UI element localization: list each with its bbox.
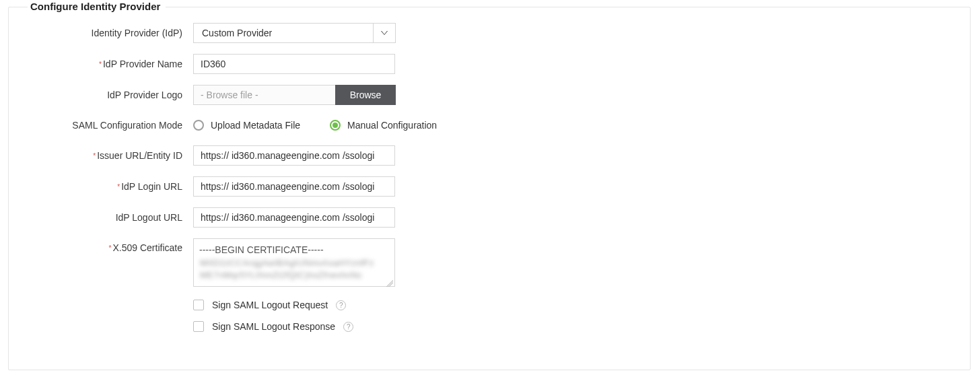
label-issuer-text: Issuer URL/Entity ID [97, 150, 182, 161]
row-logout-url: IdP Logout URL [17, 207, 962, 228]
label-idp-name-text: IdP Provider Name [103, 59, 182, 69]
idp-name-input[interactable] [193, 54, 395, 74]
idp-select[interactable]: Custom Provider [193, 23, 396, 43]
checkbox-sign-logout-request[interactable] [193, 300, 204, 310]
row-login-url: *IdP Login URL [17, 176, 962, 197]
login-url-input[interactable] [193, 176, 395, 197]
idp-select-value: Custom Provider [193, 23, 373, 43]
label-idp-select: Identity Provider (IdP) [17, 24, 193, 42]
issuer-url-input[interactable] [193, 145, 395, 166]
required-marker: * [99, 55, 102, 74]
label-login-url: *IdP Login URL [17, 177, 193, 197]
checkbox-sign-logout-response-label: Sign SAML Logout Response [212, 321, 335, 332]
row-idp-logo: IdP Provider Logo - Browse file - Browse [17, 85, 962, 105]
row-issuer-url: *Issuer URL/Entity ID [17, 145, 962, 166]
radio-manual-label: Manual Configuration [347, 120, 437, 131]
required-marker: * [117, 178, 120, 197]
label-x509-cert: *X.509 Certificate [17, 238, 193, 258]
row-x509-cert: *X.509 Certificate MIID2zCCArqgAwIBAgIUN… [17, 238, 962, 289]
row-idp-name: *IdP Provider Name [17, 54, 962, 74]
x509-certificate-textarea[interactable] [193, 238, 395, 287]
chevron-down-icon [381, 31, 388, 35]
section-title: Configure Identity Provider [28, 1, 166, 12]
required-marker: * [93, 147, 96, 166]
configure-idp-fieldset: Configure Identity Provider Identity Pro… [8, 7, 971, 370]
label-saml-mode: SAML Configuration Mode [17, 116, 193, 135]
logout-url-input[interactable] [193, 207, 395, 228]
label-logout-url: IdP Logout URL [17, 208, 193, 227]
help-icon[interactable]: ? [343, 322, 353, 332]
checkbox-sign-logout-request-label: Sign SAML Logout Request [212, 300, 328, 310]
label-idp-name: *IdP Provider Name [17, 55, 193, 74]
radio-icon [330, 120, 341, 131]
radio-icon [193, 120, 204, 131]
required-marker: * [109, 239, 112, 258]
help-icon[interactable]: ? [336, 300, 346, 310]
browse-button[interactable]: Browse [335, 85, 396, 105]
label-login-text: IdP Login URL [121, 181, 182, 192]
row-sign-logout-request: Sign SAML Logout Request ? [17, 300, 962, 310]
radio-upload-metadata[interactable]: Upload Metadata File [193, 120, 300, 131]
radio-manual-config[interactable]: Manual Configuration [330, 120, 437, 131]
label-issuer-url: *Issuer URL/Entity ID [17, 146, 193, 166]
logo-file-display: - Browse file - [193, 85, 335, 105]
label-idp-logo: IdP Provider Logo [17, 85, 193, 104]
label-x509-text: X.509 Certificate [113, 242, 183, 253]
radio-upload-label: Upload Metadata File [211, 120, 300, 131]
row-sign-logout-response: Sign SAML Logout Response ? [17, 321, 962, 332]
row-saml-mode: SAML Configuration Mode Upload Metadata … [17, 116, 962, 135]
idp-form: Identity Provider (IdP) Custom Provider … [17, 19, 962, 332]
idp-select-toggle[interactable] [373, 23, 396, 43]
checkbox-sign-logout-response[interactable] [193, 321, 204, 332]
row-idp-select: Identity Provider (IdP) Custom Provider [17, 23, 962, 43]
